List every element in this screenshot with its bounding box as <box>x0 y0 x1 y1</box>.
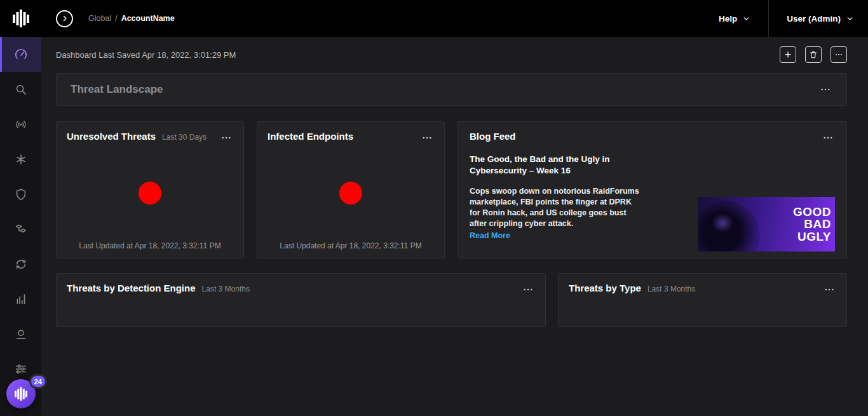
sidebar-item-star[interactable] <box>0 142 41 177</box>
sentinelone-logo-icon <box>15 386 27 401</box>
blog-post-image[interactable]: GOOD BAD UGLY <box>698 197 835 252</box>
widget-subtitle: Last 30 Days <box>162 133 207 142</box>
ellipsis-icon <box>822 132 834 144</box>
dashboard-header: Dashboard Last Saved Apr 18, 2022, 3:01:… <box>56 46 847 64</box>
sidebar-item-users[interactable] <box>0 316 41 351</box>
blog-text: The Good, the Bad and the Ugly in Cybers… <box>470 154 640 252</box>
unresolved-threats-donut-chart[interactable] <box>139 182 161 205</box>
notification-badge: 24 <box>29 374 47 389</box>
ellipsis-icon <box>820 84 831 95</box>
delete-dashboard-button[interactable] <box>805 46 822 63</box>
search-icon <box>14 83 28 97</box>
widget-title: Unresolved Threats <box>67 131 156 142</box>
last-updated-label: Last Updated at Apr 18, 2022, 3:32:11 PM <box>268 241 434 250</box>
sidebar-item-reports[interactable] <box>0 281 41 316</box>
widget-more-button[interactable] <box>420 131 434 145</box>
sidebar: 24 <box>0 37 41 416</box>
trash-icon <box>809 50 818 59</box>
widget-title: Blog Feed <box>470 131 516 142</box>
widget-more-button[interactable] <box>219 131 233 145</box>
plus-icon <box>783 50 792 59</box>
infected-endpoints-widget: Infected Endpoints Last Updated at Apr 1… <box>257 121 445 258</box>
topbar-divider <box>768 0 769 37</box>
chevron-down-icon <box>742 15 750 23</box>
blog-post-excerpt: Cops swoop down on notorious RaidForums … <box>470 186 640 229</box>
topbar: Global / AccountName Help User (Admin) <box>0 0 868 37</box>
widgets-row-1: Unresolved Threats Last 30 Days Last Upd… <box>56 121 847 258</box>
last-updated-label: Last Updated at Apr 18, 2022, 3:32:11 PM <box>67 241 233 250</box>
main-content: Dashboard Last Saved Apr 18, 2022, 3:01:… <box>41 37 868 416</box>
blog-image-word: BAD <box>793 218 831 230</box>
widget-title: Threats by Type <box>569 283 641 293</box>
app-window: Global / AccountName Help User (Admin) <box>0 0 868 416</box>
blog-image-word: GOOD <box>793 206 831 218</box>
widget-subtitle: Last 3 Months <box>648 285 695 293</box>
read-more-link[interactable]: Read More <box>470 231 510 240</box>
user-icon <box>14 327 28 341</box>
user-menu[interactable]: User (Admin) <box>783 14 858 23</box>
threat-landscape-section: Threat Landscape <box>56 73 847 106</box>
expand-sidebar-button[interactable] <box>56 10 73 27</box>
widget-more-button[interactable] <box>521 283 535 297</box>
blog-post-title: The Good, the Bad and the Ugly in Cybers… <box>470 154 640 176</box>
breadcrumb-account[interactable]: AccountName <box>121 14 175 23</box>
ellipsis-icon <box>522 284 534 295</box>
unresolved-threats-widget: Unresolved Threats Last 30 Days Last Upd… <box>56 121 244 258</box>
packages-icon <box>14 222 28 236</box>
blog-feed-widget: Blog Feed The Good, the Bad and the Ugly… <box>458 121 847 258</box>
topbar-right: Help User (Admin) <box>715 0 858 37</box>
threats-by-type-widget: Threats by Type Last 3 Months <box>558 273 847 327</box>
bar-chart-icon <box>14 292 28 306</box>
add-widget-button[interactable] <box>780 46 796 63</box>
widget-header: Threats by Detection Engine Last 3 Month… <box>67 283 535 297</box>
section-more-button[interactable] <box>818 83 832 97</box>
blog-post: The Good, the Bad and the Ugly in Cybers… <box>470 154 835 252</box>
sidebar-item-network[interactable] <box>0 107 41 142</box>
dashboard-last-saved: Dashboard Last Saved Apr 18, 2022, 3:01:… <box>56 50 236 60</box>
widget-more-button[interactable] <box>822 283 836 297</box>
sliders-icon <box>14 362 28 376</box>
dashboard-more-button[interactable] <box>831 46 847 63</box>
widgets-row-2: Threats by Detection Engine Last 3 Month… <box>56 273 847 327</box>
chevron-right-icon <box>61 15 69 22</box>
chevron-down-icon <box>846 15 854 23</box>
blog-image-text: GOOD BAD UGLY <box>793 206 831 243</box>
sentinelone-fab-button[interactable]: 24 <box>6 379 36 408</box>
breadcrumb-separator: / <box>115 14 117 23</box>
sidebar-item-packages[interactable] <box>0 211 41 246</box>
widget-header: Unresolved Threats Last 30 Days <box>67 131 233 145</box>
user-label: User (Admin) <box>787 14 841 23</box>
sync-icon <box>14 257 28 271</box>
dashboard-toolbar <box>780 46 847 63</box>
sidebar-item-activity[interactable] <box>0 246 41 281</box>
broadcast-icon <box>14 117 28 131</box>
infected-endpoints-donut-chart[interactable] <box>339 182 362 205</box>
breadcrumb-global[interactable]: Global <box>88 14 111 23</box>
help-label: Help <box>719 14 737 23</box>
sidebar-item-policy[interactable] <box>0 177 41 211</box>
widget-title: Threats by Detection Engine <box>67 283 196 293</box>
widget-header: Infected Endpoints <box>268 131 434 145</box>
sidebar-item-dashboard[interactable] <box>0 37 41 72</box>
section-title: Threat Landscape <box>71 83 163 96</box>
sidebar-item-search[interactable] <box>0 72 41 107</box>
widget-more-button[interactable] <box>821 131 835 145</box>
widget-title: Infected Endpoints <box>268 131 353 142</box>
help-menu[interactable]: Help <box>715 14 754 23</box>
asterisk-icon <box>14 152 28 166</box>
ellipsis-icon <box>824 284 835 295</box>
gauge-icon <box>14 48 28 62</box>
ellipsis-icon <box>834 50 843 59</box>
sentinelone-logo-icon <box>13 9 29 28</box>
blog-image-word: UGLY <box>793 231 831 243</box>
widget-subtitle: Last 3 Months <box>202 285 250 293</box>
threats-by-detection-engine-widget: Threats by Detection Engine Last 3 Month… <box>56 273 546 327</box>
widget-header: Blog Feed <box>470 131 835 145</box>
ellipsis-icon <box>421 132 433 144</box>
shield-icon <box>14 187 28 201</box>
breadcrumb: Global / AccountName <box>88 14 175 23</box>
widget-header: Threats by Type Last 3 Months <box>569 283 836 297</box>
ellipsis-icon <box>220 132 232 144</box>
